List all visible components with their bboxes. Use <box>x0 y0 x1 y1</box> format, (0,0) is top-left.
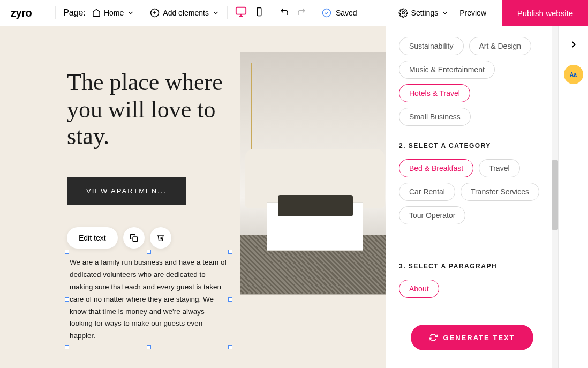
settings-label: Settings <box>411 9 439 17</box>
page-dropdown[interactable]: Home <box>92 9 134 17</box>
scrollbar-thumb[interactable] <box>552 160 558 230</box>
resize-handle-t[interactable] <box>147 250 151 254</box>
plus-circle-icon <box>150 8 160 18</box>
headline-text[interactable]: The place where you will love to stay. <box>67 69 254 151</box>
page-label: Page: <box>63 8 86 18</box>
redo-icon <box>297 7 306 17</box>
category-chips: Bed & BreakfastTravelCar RentalTransfer … <box>399 159 545 224</box>
desktop-device-button[interactable] <box>235 6 247 20</box>
svg-point-7 <box>322 9 330 17</box>
paragraph-chips: About <box>399 280 545 298</box>
check-circle-icon <box>322 8 331 18</box>
add-elements-label: Add elements <box>163 9 209 17</box>
gear-icon <box>398 8 408 18</box>
resize-handle-r[interactable] <box>228 297 232 302</box>
topic-chips: SustainabilityArt & DesignMusic & Entert… <box>399 37 545 126</box>
add-elements-button[interactable]: Add elements <box>150 8 220 18</box>
page-selector-group: Page: Home <box>63 8 134 18</box>
topic-chip[interactable]: Hotels & Travel <box>399 84 470 102</box>
generate-label: GENERATE TEXT <box>443 334 515 342</box>
divider <box>227 6 228 19</box>
chevron-right-icon <box>568 39 579 50</box>
divider <box>142 6 142 19</box>
svg-rect-6 <box>257 8 261 16</box>
section-2-header: 2. SELECT A CATEGORY <box>399 142 545 149</box>
resize-handle-tr[interactable] <box>228 250 232 254</box>
resize-handle-br[interactable] <box>228 345 232 349</box>
device-switcher <box>235 6 264 20</box>
svg-rect-3 <box>236 7 246 14</box>
copy-icon <box>130 234 138 242</box>
topic-chip[interactable]: Small Business <box>399 108 471 126</box>
mobile-icon <box>254 7 264 17</box>
category-chip[interactable]: Tour Operator <box>399 206 465 224</box>
section-3-header: 3. SELECT A PARAGRAPH <box>399 262 545 270</box>
publish-label: Publish website <box>517 9 573 18</box>
paragraph-text: We are a family run business and have a … <box>70 258 227 340</box>
delete-button[interactable] <box>150 227 171 249</box>
workspace: The place where you will love to stay. V… <box>0 26 588 368</box>
undo-icon <box>280 7 289 17</box>
category-chip[interactable]: Travel <box>479 159 519 177</box>
text-edit-toolbar: Edit text <box>67 227 386 249</box>
saved-indicator: Saved <box>322 8 357 18</box>
undo-button[interactable] <box>280 7 289 19</box>
divider <box>272 6 272 19</box>
resize-handle-tl[interactable] <box>65 250 69 254</box>
cta-button[interactable]: VIEW APARTMEN... <box>67 177 186 205</box>
preview-button[interactable]: Preview <box>459 9 486 17</box>
expand-rail-button[interactable] <box>568 39 579 52</box>
svg-rect-9 <box>133 237 138 242</box>
history-controls <box>280 7 306 19</box>
divider <box>55 6 56 19</box>
ai-badge-label: Aa <box>570 72 577 78</box>
duplicate-button[interactable] <box>123 227 145 249</box>
right-rail: Aa <box>558 26 588 368</box>
settings-button[interactable]: Settings <box>398 8 449 18</box>
topic-chip[interactable]: Music & Entertainment <box>399 61 495 79</box>
saved-label: Saved <box>336 9 357 17</box>
paragraph-chip[interactable]: About <box>399 280 439 298</box>
chevron-down-icon <box>212 9 220 17</box>
redo-button[interactable] <box>297 7 306 19</box>
page-name: Home <box>104 9 124 17</box>
publish-button[interactable]: Publish website <box>502 0 588 26</box>
divider <box>314 6 314 19</box>
resize-handle-bl[interactable] <box>65 345 69 349</box>
chevron-down-icon <box>441 9 449 17</box>
logo: zyro <box>11 7 32 19</box>
topic-chip[interactable]: Art & Design <box>469 37 532 55</box>
topbar: zyro Page: Home Add elements Save <box>0 0 588 26</box>
refresh-icon <box>429 333 438 342</box>
topic-chip[interactable]: Sustainability <box>399 37 464 55</box>
category-chip[interactable]: Car Rental <box>399 183 455 201</box>
resize-handle-b[interactable] <box>147 345 151 349</box>
desktop-icon <box>235 6 247 18</box>
ai-text-panel: SustainabilityArt & DesignMusic & Entert… <box>386 26 558 368</box>
generate-text-button[interactable]: GENERATE TEXT <box>411 325 533 350</box>
category-chip[interactable]: Transfer Services <box>461 183 539 201</box>
chevron-down-icon <box>127 9 134 17</box>
home-icon <box>92 9 101 17</box>
preview-label: Preview <box>459 9 486 17</box>
selected-text-element[interactable]: We are a family run business and have a … <box>67 252 230 348</box>
category-chip[interactable]: Bed & Breakfast <box>399 159 473 177</box>
svg-point-8 <box>402 12 404 14</box>
ai-text-tool-button[interactable]: Aa <box>564 65 583 84</box>
canvas[interactable]: The place where you will love to stay. V… <box>0 26 386 368</box>
resize-handle-l[interactable] <box>65 297 69 302</box>
mobile-device-button[interactable] <box>254 7 264 19</box>
trash-icon <box>156 234 165 242</box>
edit-text-button[interactable]: Edit text <box>67 227 118 249</box>
section-divider <box>399 246 545 246</box>
